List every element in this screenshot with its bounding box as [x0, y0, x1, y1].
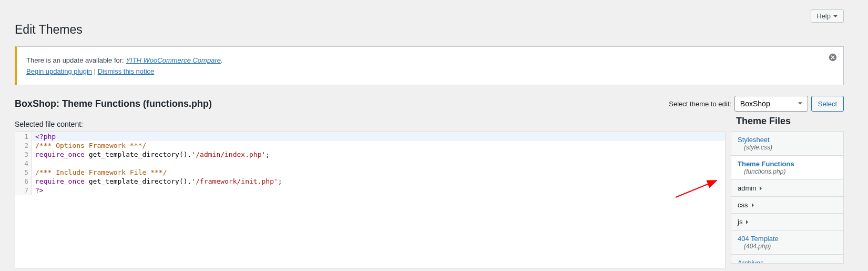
code-line[interactable]: 2/*** Options Framework ***/: [15, 141, 725, 150]
selected-file-content-label: Selected file content:: [15, 120, 726, 128]
file-name: css: [738, 201, 837, 209]
file-name: js: [738, 218, 837, 226]
theme-select[interactable]: BoxShop: [734, 96, 808, 112]
file-meta: (404.php): [744, 243, 837, 250]
code-content[interactable]: require_once get_template_directory().'/…: [32, 150, 725, 159]
page-title: Edit Themes: [15, 23, 844, 37]
code-editor[interactable]: 1<?php2/*** Options Framework ***/3requi…: [15, 132, 726, 268]
file-tree-file[interactable]: 404 Template(404.php): [731, 230, 843, 255]
select-button[interactable]: Select: [811, 96, 844, 112]
chevron-right-icon: [744, 219, 750, 225]
file-meta: (style.css): [744, 144, 837, 151]
notice-period: .: [221, 56, 223, 64]
begin-updating-link[interactable]: Begin updating plugin: [26, 67, 92, 75]
code-line[interactable]: 1<?php: [15, 132, 725, 141]
dismiss-notice-link[interactable]: Dismiss this notice: [98, 67, 155, 75]
code-line[interactable]: 6require_once get_template_directory().'…: [15, 177, 725, 186]
line-number: 7: [15, 186, 32, 195]
notice-text-before: There is an update available for:: [26, 56, 126, 64]
update-notice: There is an update available for: YITH W…: [15, 46, 844, 85]
file-meta: (functions.php): [744, 168, 837, 175]
dismiss-notice-button[interactable]: [826, 51, 839, 65]
code-content[interactable]: ?>: [32, 186, 725, 195]
file-tree-folder[interactable]: admin: [731, 180, 843, 197]
file-tree-file[interactable]: Archives: [731, 255, 843, 264]
chevron-right-icon: [750, 203, 755, 208]
code-line[interactable]: 7?>: [15, 186, 725, 195]
code-line[interactable]: 3require_once get_template_directory().'…: [15, 150, 725, 159]
file-name: admin: [738, 184, 837, 192]
help-button-label: Help: [816, 12, 831, 20]
line-number: 5: [15, 168, 32, 177]
file-name: 404 Template: [738, 235, 779, 243]
code-content[interactable]: require_once get_template_directory().'/…: [32, 177, 725, 186]
close-icon: [829, 53, 837, 62]
code-content[interactable]: /*** Include Framework File ***/: [32, 168, 725, 177]
line-number: 4: [15, 159, 32, 168]
current-file-heading: BoxShop: Theme Functions (functions.php): [15, 98, 212, 109]
notice-plugin-link[interactable]: YITH WooCommerce Compare: [126, 56, 221, 64]
chevron-right-icon: [758, 186, 763, 191]
line-number: 1: [15, 132, 32, 141]
code-content[interactable]: <?php: [32, 132, 725, 141]
file-name: Theme Functions: [738, 160, 794, 168]
code-line[interactable]: 5/*** Include Framework File ***/: [15, 168, 725, 177]
line-number: 2: [15, 141, 32, 150]
file-tree-folder[interactable]: css: [731, 197, 843, 214]
line-number: 3: [15, 150, 32, 159]
theme-select-label: Select theme to edit:: [669, 100, 731, 108]
code-content[interactable]: [32, 159, 725, 168]
theme-files-heading: Theme Files: [731, 116, 844, 127]
file-tree-file[interactable]: Theme Functions(functions.php): [731, 156, 843, 180]
file-tree-folder[interactable]: js: [731, 214, 843, 230]
file-tree[interactable]: Stylesheet(style.css)Theme Functions(fun…: [731, 131, 844, 264]
chevron-down-icon: [833, 14, 838, 19]
help-button[interactable]: Help: [811, 9, 844, 23]
code-line[interactable]: 4: [15, 159, 725, 168]
line-number: 6: [15, 177, 32, 186]
file-name: Stylesheet: [738, 136, 770, 144]
notice-separator: |: [92, 67, 98, 75]
file-name: Archives: [738, 259, 764, 264]
file-tree-file[interactable]: Stylesheet(style.css): [731, 132, 843, 156]
code-content[interactable]: /*** Options Framework ***/: [32, 141, 725, 150]
